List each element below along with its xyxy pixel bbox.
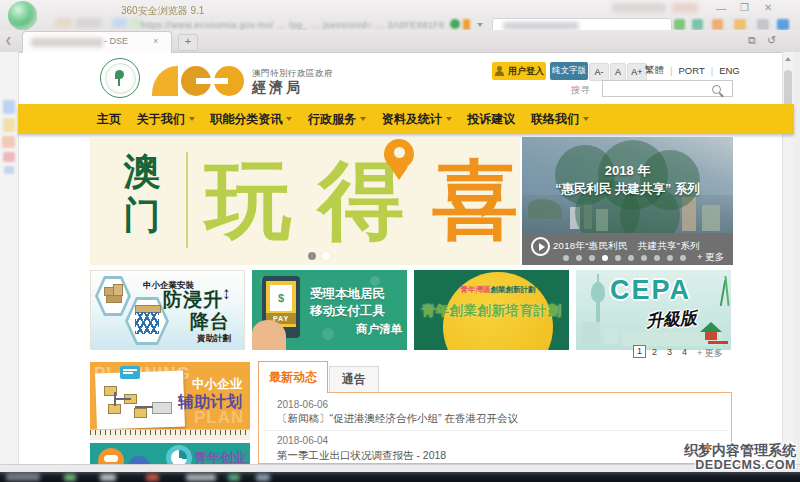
news-link[interactable]: 第一季工业出口状况调查报告 - 2018 bbox=[277, 449, 446, 463]
banner-more-link[interactable]: + 更多 bbox=[697, 347, 723, 360]
video-dot[interactable] bbox=[628, 255, 634, 261]
sidebar-icon[interactable] bbox=[3, 118, 15, 132]
video-dot[interactable] bbox=[589, 255, 595, 261]
carousel-dot[interactable] bbox=[308, 252, 316, 260]
nav-item-statistics[interactable]: 资料及统计 bbox=[382, 111, 452, 128]
restore-icon[interactable]: ⧉ bbox=[748, 34, 756, 47]
play-icon[interactable] bbox=[531, 237, 550, 256]
boxes-illustration bbox=[106, 295, 122, 303]
login-button[interactable]: 用户登入 bbox=[492, 62, 546, 80]
window-maximize-button[interactable]: ❐ bbox=[740, 3, 749, 13]
nav-item-home[interactable]: 主页 bbox=[97, 111, 121, 128]
video-more-link[interactable]: + 更多 bbox=[697, 251, 724, 264]
lang-english-link[interactable]: ENG bbox=[719, 65, 740, 76]
side-banner-a-line1: 中小企业 bbox=[192, 376, 248, 393]
sidebar-icon[interactable] bbox=[3, 152, 15, 162]
extension-icon[interactable] bbox=[450, 19, 460, 29]
promo-banner-youth-incubation[interactable]: 青年灣區創業創新計劃 青年創業創新培育計劃 bbox=[414, 270, 569, 350]
video-dot[interactable] bbox=[615, 255, 621, 261]
banner-page-3[interactable]: 3 bbox=[667, 347, 672, 357]
news-date: 2018-06-06 bbox=[277, 399, 328, 410]
sidebar-icon[interactable] bbox=[4, 166, 14, 174]
pavilion-illustration bbox=[705, 332, 717, 340]
window-close-button[interactable]: ✕ bbox=[764, 3, 772, 13]
font-normal-button[interactable]: A bbox=[610, 63, 626, 81]
toolbar-icon[interactable] bbox=[692, 19, 703, 30]
sidebar-icon[interactable] bbox=[2, 136, 15, 148]
promo-banner-mobile-payment[interactable]: $ PAY 受理本地居民 移动支付工具 商户清单 bbox=[252, 270, 407, 350]
font-larger-button[interactable]: A+ bbox=[627, 63, 647, 81]
video-dot[interactable] bbox=[563, 255, 569, 261]
news-link[interactable]: 〔新闻稿〕“促进港澳经济合作小组” 在香港召开会议 bbox=[277, 412, 518, 426]
toolbar-icon[interactable] bbox=[712, 19, 723, 30]
banner-page-2[interactable]: 2 bbox=[652, 347, 657, 357]
side-banner-youth-startup[interactable]: 青年创业 bbox=[90, 443, 250, 464]
banner-page-4[interactable]: 4 bbox=[682, 347, 687, 357]
toolbar-icon[interactable] bbox=[674, 19, 685, 30]
video-dot[interactable] bbox=[654, 255, 660, 261]
pavilion-base bbox=[708, 341, 728, 344]
undo-icon[interactable]: ↺ bbox=[767, 34, 776, 47]
browser-name-overlay: 360安全浏览器 9.1 bbox=[121, 4, 204, 18]
video-dot[interactable] bbox=[576, 255, 582, 261]
video-panel[interactable]: 2018 年 “惠民利民 共建共享” 系列 2018年“惠民利民 共建共享”系列… bbox=[522, 137, 733, 265]
address-bar-url[interactable]: https://www.economia.gov.mo/ … /pg_ … js… bbox=[141, 20, 445, 30]
video-dot[interactable] bbox=[680, 255, 686, 261]
search-icon[interactable] bbox=[777, 19, 789, 30]
nav-items: 主页 关于我们 职能分类资讯 行政服务 资料及统计 投诉建议 联络我们 bbox=[97, 104, 589, 134]
promo-banner-lift-subsidy[interactable]: 中小企業安裝 防浸升 ↕ 降台 資助計劃 bbox=[90, 270, 245, 350]
taskbar-app-icon[interactable] bbox=[186, 474, 216, 481]
taskbar-app-icon[interactable] bbox=[100, 474, 116, 481]
window-frame-edge bbox=[794, 52, 800, 464]
dse-logo-cut bbox=[214, 78, 228, 84]
carousel-dot[interactable] bbox=[322, 252, 330, 260]
video-dot-active[interactable] bbox=[602, 255, 608, 261]
chevron-down-icon[interactable] bbox=[477, 23, 483, 27]
sidebar-icon[interactable] bbox=[3, 100, 15, 114]
font-smaller-button[interactable]: A- bbox=[589, 63, 609, 81]
tab-close-icon[interactable]: × bbox=[153, 36, 158, 46]
nav-item-services[interactable]: 行政服务 bbox=[308, 111, 366, 128]
nav-item-functions[interactable]: 职能分类资讯 bbox=[210, 111, 292, 128]
nav-item-contact[interactable]: 联络我们 bbox=[531, 111, 589, 128]
ruler-illustration bbox=[90, 429, 250, 440]
toolbar-icon[interactable] bbox=[734, 19, 746, 30]
window-minimize-button[interactable]: — bbox=[716, 4, 726, 14]
tab-notices[interactable]: 通告 bbox=[329, 366, 379, 392]
browser-tab[interactable] bbox=[22, 31, 172, 53]
flowchart-line bbox=[115, 398, 131, 400]
banner-page-1[interactable]: 1 bbox=[633, 345, 646, 358]
text-version-button[interactable]: 纯文字版 bbox=[550, 62, 588, 80]
search-icon[interactable] bbox=[712, 85, 721, 94]
lightning-icon[interactable] bbox=[463, 19, 470, 30]
chevron-down-icon bbox=[583, 117, 589, 121]
side-banner-sme-aid[interactable]: PLANNING PLAN 中小企业 辅助计划 bbox=[90, 362, 250, 440]
taskbar-app-icon[interactable] bbox=[64, 474, 76, 481]
new-tab-button[interactable]: + bbox=[178, 34, 198, 51]
nav-label: 职能分类资讯 bbox=[210, 111, 282, 128]
tab-latest-news[interactable]: 最新动态 bbox=[258, 361, 328, 393]
tab-title-suffix: - DSE bbox=[104, 36, 128, 46]
scroll-up-icon[interactable] bbox=[785, 57, 791, 61]
banner2-line2: 移动支付工具 bbox=[310, 303, 402, 320]
nav-item-complaints[interactable]: 投诉建议 bbox=[467, 111, 515, 128]
video-dot[interactable] bbox=[641, 255, 647, 261]
browser-logo-icon[interactable] bbox=[8, 1, 37, 30]
taskbar-app-icon[interactable] bbox=[256, 474, 270, 481]
watermark-line2: DEDECMS.COM bbox=[640, 458, 796, 472]
nav-item-about[interactable]: 关于我们 bbox=[137, 111, 195, 128]
hero-carousel[interactable]: 澳 门 玩 得 喜 bbox=[90, 137, 520, 265]
promo-banner-cepa[interactable]: CEPA 升級版 bbox=[576, 270, 731, 350]
lang-traditional-link[interactable]: 繁體 bbox=[645, 64, 664, 77]
video-dot[interactable] bbox=[667, 255, 673, 261]
redacted-region bbox=[76, 18, 102, 28]
taskbar-app-icon[interactable] bbox=[228, 474, 240, 481]
tab-list-icon[interactable]: ❮ bbox=[5, 36, 12, 46]
windows-taskbar bbox=[0, 472, 800, 482]
start-button[interactable] bbox=[6, 473, 40, 481]
lang-portuguese-link[interactable]: PORT bbox=[678, 65, 704, 76]
receipt-illustration: $ bbox=[270, 285, 292, 311]
toolbar-icon[interactable] bbox=[757, 19, 769, 30]
taskbar-app-icon[interactable] bbox=[146, 474, 159, 481]
video-caption: 2018年“惠民利民 共建共享”系列 bbox=[553, 240, 700, 253]
